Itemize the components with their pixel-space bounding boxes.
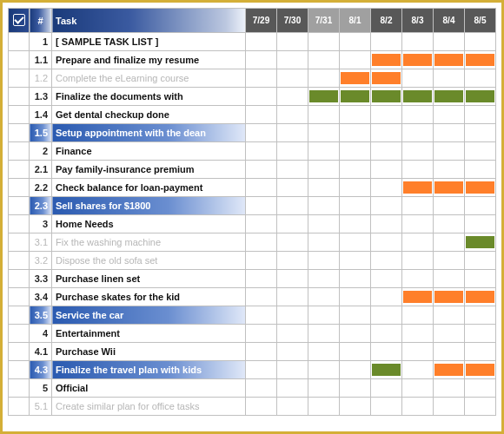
day-cell[interactable]	[308, 361, 340, 379]
day-cell[interactable]	[465, 124, 496, 142]
day-cell[interactable]	[246, 51, 277, 69]
check-cell[interactable]	[9, 106, 30, 124]
check-cell[interactable]	[9, 398, 30, 416]
task-name-cell[interactable]: [ SAMPLE TASK LIST ]	[52, 33, 246, 51]
day-cell[interactable]	[371, 69, 402, 88]
day-cell[interactable]	[246, 233, 277, 252]
day-cell[interactable]	[340, 197, 371, 215]
check-cell[interactable]	[9, 361, 30, 379]
check-cell[interactable]	[9, 288, 30, 306]
check-cell[interactable]	[9, 343, 30, 361]
day-cell[interactable]	[308, 69, 340, 88]
table-row[interactable]: 4.1Purchase Wii	[9, 343, 496, 361]
task-name-cell[interactable]: Finance	[52, 142, 246, 161]
gantt-bar[interactable]	[434, 364, 463, 376]
day-cell[interactable]	[277, 69, 308, 88]
day-cell[interactable]	[340, 252, 371, 270]
day-cell[interactable]	[371, 288, 402, 306]
day-cell[interactable]	[465, 270, 496, 288]
day-cell[interactable]	[308, 306, 340, 325]
task-name-cell[interactable]: Prepare and finalize my resume	[52, 51, 246, 69]
day-cell[interactable]	[402, 215, 434, 233]
day-cell[interactable]	[434, 343, 465, 361]
day-cell[interactable]	[371, 343, 402, 361]
day-cell[interactable]	[308, 33, 340, 51]
task-name-cell[interactable]: Check balance for loan-payment	[52, 179, 246, 197]
day-cell[interactable]	[277, 106, 308, 124]
day-cell[interactable]	[277, 306, 308, 325]
day-cell[interactable]	[434, 398, 465, 416]
check-cell[interactable]	[9, 325, 30, 343]
day-cell[interactable]	[402, 33, 434, 51]
gantt-bar[interactable]	[341, 72, 369, 84]
day-cell[interactable]	[340, 325, 371, 343]
day-cell[interactable]	[246, 361, 277, 379]
table-row[interactable]: 4Entertainment	[9, 325, 496, 343]
table-row[interactable]: 1.3Finalize the documents with	[9, 88, 496, 106]
day-cell[interactable]	[277, 161, 308, 179]
day-cell[interactable]	[434, 233, 465, 252]
gantt-bar[interactable]	[434, 291, 463, 303]
day-cell[interactable]	[277, 343, 308, 361]
day-cell[interactable]	[246, 325, 277, 343]
day-cell[interactable]	[371, 361, 402, 379]
table-row[interactable]: 3.5Service the car	[9, 306, 496, 325]
gantt-bar[interactable]	[466, 54, 494, 66]
day-cell[interactable]	[246, 252, 277, 270]
day-cell[interactable]	[434, 88, 465, 106]
day-cell[interactable]	[465, 398, 496, 416]
day-cell[interactable]	[308, 197, 340, 215]
day-cell[interactable]	[308, 106, 340, 124]
day-cell[interactable]	[277, 325, 308, 343]
gantt-bar[interactable]	[372, 364, 401, 376]
day-cell[interactable]	[371, 106, 402, 124]
day-cell[interactable]	[371, 306, 402, 325]
day-cell[interactable]	[371, 379, 402, 398]
day-cell[interactable]	[277, 124, 308, 142]
task-column-header[interactable]: Task	[52, 9, 246, 33]
check-cell[interactable]	[9, 215, 30, 233]
day-cell[interactable]	[246, 179, 277, 197]
date-column-header[interactable]: 8/2	[371, 9, 402, 33]
day-cell[interactable]	[371, 252, 402, 270]
day-cell[interactable]	[277, 51, 308, 69]
table-row[interactable]: 5Official	[9, 379, 496, 398]
day-cell[interactable]	[434, 51, 465, 69]
table-row[interactable]: 1.4Get dental checkup done	[9, 106, 496, 124]
day-cell[interactable]	[277, 379, 308, 398]
day-cell[interactable]	[277, 361, 308, 379]
task-name-cell[interactable]: Finalize the documents with	[52, 88, 246, 106]
table-row[interactable]: 2.3Sell shares for $1800	[9, 197, 496, 215]
day-cell[interactable]	[277, 233, 308, 252]
day-cell[interactable]	[371, 161, 402, 179]
day-cell[interactable]	[465, 197, 496, 215]
day-cell[interactable]	[465, 33, 496, 51]
day-cell[interactable]	[246, 69, 277, 88]
day-cell[interactable]	[371, 124, 402, 142]
day-cell[interactable]	[465, 379, 496, 398]
day-cell[interactable]	[465, 233, 496, 252]
check-cell[interactable]	[9, 124, 30, 142]
day-cell[interactable]	[465, 161, 496, 179]
check-cell[interactable]	[9, 51, 30, 69]
task-name-cell[interactable]: Purchase Wii	[52, 343, 246, 361]
day-cell[interactable]	[340, 33, 371, 51]
day-cell[interactable]	[402, 106, 434, 124]
day-cell[interactable]	[308, 51, 340, 69]
day-cell[interactable]	[340, 69, 371, 88]
day-cell[interactable]	[465, 325, 496, 343]
day-cell[interactable]	[434, 106, 465, 124]
day-cell[interactable]	[277, 33, 308, 51]
day-cell[interactable]	[465, 361, 496, 379]
day-cell[interactable]	[340, 288, 371, 306]
date-column-header[interactable]: 7/29	[246, 9, 277, 33]
gantt-bar[interactable]	[341, 90, 369, 102]
table-row[interactable]: 2.2Check balance for loan-payment	[9, 179, 496, 197]
date-column-header[interactable]: 8/5	[465, 9, 496, 33]
task-name-cell[interactable]: Dispose the old sofa set	[52, 252, 246, 270]
day-cell[interactable]	[246, 88, 277, 106]
day-cell[interactable]	[371, 142, 402, 161]
table-row[interactable]: 2Finance	[9, 142, 496, 161]
day-cell[interactable]	[277, 252, 308, 270]
day-cell[interactable]	[308, 379, 340, 398]
